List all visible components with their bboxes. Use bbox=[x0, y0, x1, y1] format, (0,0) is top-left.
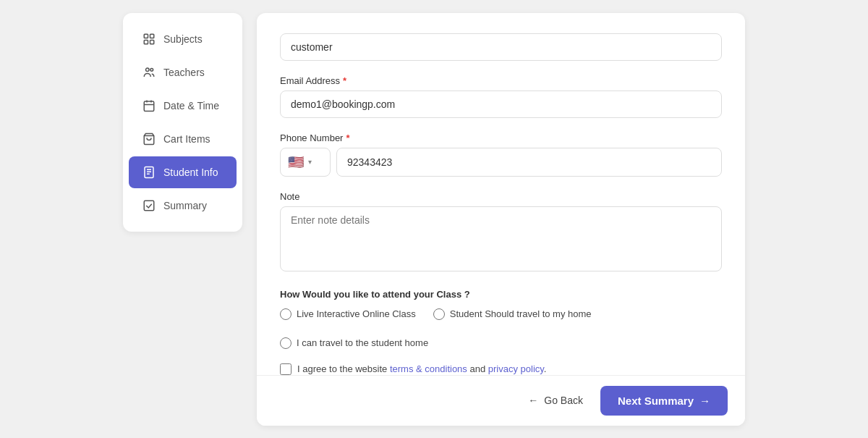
sidebar-item-subjects[interactable]: Subjects bbox=[129, 23, 237, 55]
flag-emoji: 🇺🇸 bbox=[288, 154, 304, 170]
sidebar-item-student-info[interactable]: Student Info bbox=[129, 156, 237, 188]
arrow-right-icon: → bbox=[699, 395, 710, 407]
sidebar-item-summary[interactable]: Summary bbox=[129, 190, 237, 222]
svg-point-5 bbox=[150, 68, 153, 71]
phone-group: Phone Number * 🇺🇸 ▾ 92343423 bbox=[280, 132, 722, 177]
radio-teacher-travel-input[interactable] bbox=[280, 337, 292, 349]
sidebar-datetime-label: Date & Time bbox=[163, 100, 219, 111]
list-icon bbox=[142, 32, 156, 46]
svg-rect-2 bbox=[144, 40, 148, 43]
radio-teacher-travel[interactable]: I can travel to the student home bbox=[280, 337, 428, 349]
form-icon bbox=[142, 165, 156, 180]
sidebar: Subjects Teachers bbox=[123, 13, 242, 232]
main-container: Subjects Teachers bbox=[123, 13, 745, 426]
radio-student-travel-input[interactable] bbox=[433, 308, 445, 320]
agree-row: I agree to the website terms & condition… bbox=[280, 363, 722, 375]
svg-rect-0 bbox=[144, 34, 148, 38]
go-back-button[interactable]: ← Go Back bbox=[528, 395, 583, 406]
svg-point-4 bbox=[146, 68, 150, 72]
email-label: Email Address * bbox=[280, 75, 722, 86]
radio-live-input[interactable] bbox=[280, 308, 292, 320]
phone-row: 🇺🇸 ▾ 92343423 bbox=[280, 148, 722, 177]
customer-group: customer bbox=[280, 33, 722, 61]
phone-number-input[interactable]: 92343423 bbox=[336, 148, 722, 177]
terms-link[interactable]: terms & conditions bbox=[390, 363, 467, 374]
note-textarea[interactable] bbox=[280, 206, 722, 271]
email-required: * bbox=[343, 75, 346, 86]
svg-rect-3 bbox=[150, 40, 154, 43]
sidebar-student-info-label: Student Info bbox=[163, 167, 218, 178]
sidebar-item-teachers[interactable]: Teachers bbox=[129, 56, 237, 88]
phone-label: Phone Number * bbox=[280, 132, 722, 143]
sidebar-item-cart-items[interactable]: Cart Items bbox=[129, 123, 237, 155]
radio-group: Live Interactive Online Class Student Sh… bbox=[280, 308, 722, 349]
customer-input[interactable]: customer bbox=[280, 33, 722, 61]
main-panel: customer Email Address * demo1@bookingp.… bbox=[257, 13, 745, 426]
sidebar-teachers-label: Teachers bbox=[163, 67, 205, 78]
class-question-label: How Would you like to attend your Class … bbox=[280, 289, 722, 300]
calendar-icon bbox=[142, 98, 156, 113]
people-icon bbox=[142, 65, 156, 80]
agree-checkbox[interactable] bbox=[280, 363, 292, 375]
next-summary-button[interactable]: Next Summary → bbox=[600, 386, 728, 416]
note-group: Note bbox=[280, 191, 722, 274]
sidebar-item-date-time[interactable]: Date & Time bbox=[129, 90, 237, 122]
svg-rect-6 bbox=[144, 101, 154, 111]
svg-rect-9 bbox=[144, 201, 154, 211]
phone-country-select[interactable]: 🇺🇸 ▾ bbox=[280, 148, 331, 177]
radio-student-travel[interactable]: Student Should travel to my home bbox=[433, 308, 592, 320]
page-wrapper: Subjects Teachers bbox=[0, 0, 868, 438]
svg-rect-1 bbox=[150, 34, 154, 38]
sidebar-cart-label: Cart Items bbox=[163, 133, 210, 145]
check-icon bbox=[142, 198, 156, 213]
agree-text: I agree to the website terms & condition… bbox=[297, 363, 546, 374]
email-input[interactable]: demo1@bookingp.com bbox=[280, 90, 722, 118]
radio-live[interactable]: Live Interactive Online Class bbox=[280, 308, 416, 320]
scroll-area[interactable]: customer Email Address * demo1@bookingp.… bbox=[257, 13, 745, 375]
class-question-group: How Would you like to attend your Class … bbox=[280, 289, 722, 349]
sidebar-subjects-label: Subjects bbox=[163, 33, 203, 45]
privacy-link[interactable]: privacy policy bbox=[488, 363, 544, 374]
email-group: Email Address * demo1@bookingp.com bbox=[280, 75, 722, 118]
note-label: Note bbox=[280, 191, 722, 202]
chevron-down-icon: ▾ bbox=[308, 158, 312, 166]
cart-icon bbox=[142, 132, 156, 146]
footer-bar: ← Go Back Next Summary → bbox=[257, 375, 745, 426]
phone-required: * bbox=[346, 132, 349, 143]
arrow-left-icon: ← bbox=[528, 395, 538, 406]
sidebar-summary-label: Summary bbox=[163, 200, 207, 211]
